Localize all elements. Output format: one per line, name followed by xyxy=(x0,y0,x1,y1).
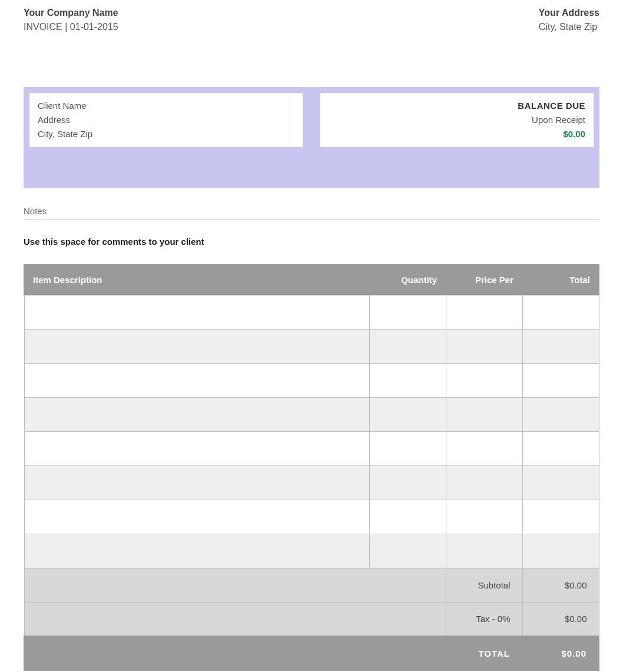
cell-total[interactable] xyxy=(522,363,599,397)
cell-quantity[interactable] xyxy=(369,431,446,465)
cell-description[interactable] xyxy=(24,397,369,431)
your-address: Your Address xyxy=(539,6,599,20)
cell-quantity[interactable] xyxy=(369,363,446,397)
subtotal-value: $0.00 xyxy=(522,568,599,602)
cell-quantity[interactable] xyxy=(369,329,446,363)
cell-quantity[interactable] xyxy=(369,397,446,431)
cell-price_per[interactable] xyxy=(446,397,522,431)
cell-price_per[interactable] xyxy=(446,465,522,500)
header-address-block: Your Address City, State Zip xyxy=(539,6,599,34)
cell-price_per[interactable] xyxy=(446,295,522,329)
cell-quantity[interactable] xyxy=(369,295,446,329)
total-label: TOTAL xyxy=(24,636,522,670)
info-box: Client Name Address City, State Zip BALA… xyxy=(24,87,599,188)
cell-price_per[interactable] xyxy=(446,534,522,568)
table-row xyxy=(24,431,599,465)
cell-description[interactable] xyxy=(24,329,369,363)
client-address: Address xyxy=(38,113,294,127)
cell-price_per[interactable] xyxy=(446,363,522,397)
cell-quantity[interactable] xyxy=(369,500,446,534)
balance-due-label: BALANCE DUE xyxy=(329,99,585,113)
cell-price_per[interactable] xyxy=(446,431,522,465)
col-total: Total xyxy=(522,265,599,295)
notes-divider xyxy=(24,219,599,220)
table-row xyxy=(24,397,599,431)
cell-total[interactable] xyxy=(522,534,599,568)
cell-description[interactable] xyxy=(24,363,369,397)
client-city-state-zip: City, State Zip xyxy=(38,127,294,141)
table-row xyxy=(24,500,599,534)
notes-label: Notes xyxy=(24,206,599,216)
invoice-page: Your Company Name INVOICE | 01-01-2015 Y… xyxy=(0,0,623,672)
cell-description[interactable] xyxy=(24,431,369,465)
cell-price_per[interactable] xyxy=(446,329,522,363)
balance-terms: Upon Receipt xyxy=(329,113,585,127)
invoice-number-date: INVOICE | 01-01-2015 xyxy=(24,20,118,34)
balance-amount: $0.00 xyxy=(329,127,585,141)
items-table: Item Description Quantity Price Per Tota… xyxy=(24,264,599,671)
company-name: Your Company Name xyxy=(24,6,118,20)
col-price-per: Price Per xyxy=(446,265,522,295)
table-row xyxy=(24,329,599,363)
header: Your Company Name INVOICE | 01-01-2015 Y… xyxy=(24,6,599,34)
tax-row: Tax - 0% $0.00 xyxy=(24,602,599,636)
table-row xyxy=(24,363,599,397)
cell-total[interactable] xyxy=(522,329,599,363)
client-box: Client Name Address City, State Zip xyxy=(29,93,303,147)
tax-value: $0.00 xyxy=(522,602,599,636)
cell-description[interactable] xyxy=(24,465,369,500)
your-city-state-zip: City, State Zip xyxy=(539,20,599,34)
table-row xyxy=(24,534,599,568)
subtotal-label: Subtotal xyxy=(446,568,522,602)
cell-description[interactable] xyxy=(24,534,369,568)
cell-total[interactable] xyxy=(522,431,599,465)
cell-description[interactable] xyxy=(24,295,369,329)
col-description: Item Description xyxy=(24,265,369,295)
total-row: TOTAL $0.00 xyxy=(24,636,599,670)
subtotal-row: Subtotal $0.00 xyxy=(24,568,599,602)
header-company-block: Your Company Name INVOICE | 01-01-2015 xyxy=(24,6,118,34)
client-name: Client Name xyxy=(38,99,294,113)
cell-price_per[interactable] xyxy=(446,500,522,534)
table-header-row: Item Description Quantity Price Per Tota… xyxy=(24,265,599,295)
cell-quantity[interactable] xyxy=(369,465,446,500)
col-quantity: Quantity xyxy=(369,265,446,295)
table-row xyxy=(24,465,599,500)
cell-total[interactable] xyxy=(522,295,599,329)
notes-text: Use this space for comments to your clie… xyxy=(24,237,599,247)
cell-total[interactable] xyxy=(522,465,599,500)
balance-box: BALANCE DUE Upon Receipt $0.00 xyxy=(320,93,594,147)
cell-total[interactable] xyxy=(522,397,599,431)
cell-description[interactable] xyxy=(24,500,369,534)
cell-total[interactable] xyxy=(522,500,599,534)
total-value: $0.00 xyxy=(522,636,599,670)
table-row xyxy=(24,295,599,329)
tax-label: Tax - 0% xyxy=(446,602,522,636)
cell-quantity[interactable] xyxy=(369,534,446,568)
